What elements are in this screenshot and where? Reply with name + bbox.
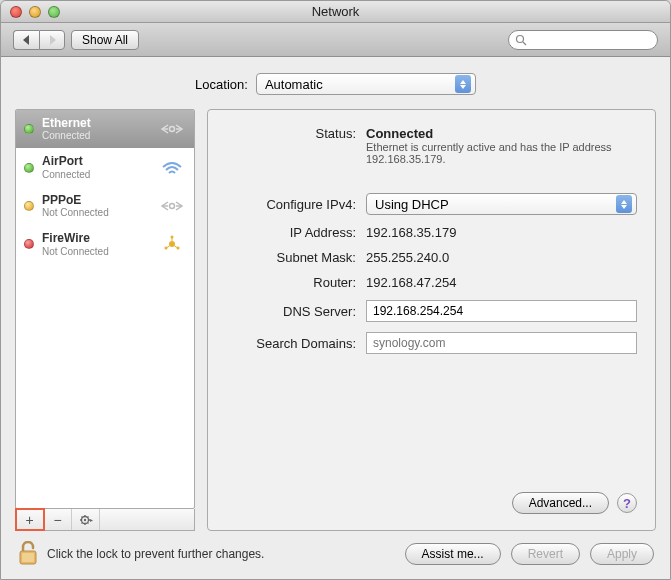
- status-dot-icon: [24, 163, 34, 173]
- body: Ethernet Connected AirPort Connected: [1, 109, 670, 535]
- ethernet-icon: [158, 119, 186, 139]
- location-label: Location:: [195, 77, 248, 92]
- status-dot-icon: [24, 124, 34, 134]
- svg-line-19: [81, 522, 82, 523]
- service-list: Ethernet Connected AirPort Connected: [15, 109, 195, 509]
- service-name: AirPort: [42, 154, 150, 168]
- status-dot-icon: [24, 239, 34, 249]
- svg-point-12: [83, 518, 85, 520]
- nav-segment: [13, 30, 65, 50]
- location-row: Location: Automatic: [1, 57, 670, 109]
- help-button[interactable]: ?: [617, 493, 637, 513]
- status-description: Ethernet is currently active and has the…: [366, 141, 616, 165]
- sidebar: Ethernet Connected AirPort Connected: [15, 109, 195, 531]
- footer-buttons: Assist me... Revert Apply: [405, 543, 654, 565]
- svg-line-9: [167, 246, 170, 248]
- assist-me-label: Assist me...: [422, 547, 484, 561]
- window-title: Network: [1, 4, 670, 19]
- svg-point-3: [170, 203, 175, 208]
- search-field[interactable]: [508, 30, 658, 50]
- configure-ipv4-label: Configure IPv4:: [226, 197, 366, 212]
- subnet-mask-label: Subnet Mask:: [226, 250, 366, 265]
- router-value: 192.168.47.254: [366, 275, 456, 290]
- network-prefs-window: Network Show All Location: Automatic: [0, 0, 671, 580]
- svg-line-20: [87, 516, 88, 517]
- search-icon: [515, 34, 527, 46]
- configure-ipv4-popup[interactable]: Using DHCP: [366, 193, 637, 215]
- assist-me-button[interactable]: Assist me...: [405, 543, 501, 565]
- window-footer: Click the lock to prevent further change…: [1, 535, 670, 579]
- lock-icon[interactable]: [17, 541, 39, 567]
- apply-label: Apply: [607, 547, 637, 561]
- ethernet-icon: [158, 196, 186, 216]
- ip-address-label: IP Address:: [226, 225, 366, 240]
- search-domains-input[interactable]: [366, 332, 637, 354]
- forward-button[interactable]: [39, 30, 65, 50]
- dns-server-label: DNS Server:: [226, 304, 366, 319]
- search-domains-label: Search Domains:: [226, 336, 366, 351]
- advanced-button[interactable]: Advanced...: [512, 492, 609, 514]
- sidebar-item-airport[interactable]: AirPort Connected: [16, 148, 194, 186]
- popup-arrows-icon: [616, 195, 632, 213]
- search-input[interactable]: [531, 34, 651, 46]
- toolbar: Show All: [1, 23, 670, 57]
- help-icon: ?: [623, 496, 631, 511]
- svg-rect-22: [22, 553, 34, 562]
- service-name: Ethernet: [42, 116, 150, 130]
- status-label: Status:: [226, 126, 366, 141]
- configure-ipv4-value: Using DHCP: [375, 197, 449, 212]
- ip-address-value: 192.168.35.179: [366, 225, 456, 240]
- svg-point-4: [169, 241, 175, 247]
- plus-icon: +: [25, 512, 33, 528]
- wifi-icon: [158, 158, 186, 178]
- svg-line-1: [523, 42, 526, 45]
- svg-point-0: [517, 35, 524, 42]
- service-status: Connected: [42, 130, 150, 142]
- sidebar-item-pppoe[interactable]: PPPoE Not Connected: [16, 187, 194, 225]
- sidebar-item-ethernet[interactable]: Ethernet Connected: [16, 110, 194, 148]
- service-status: Not Connected: [42, 246, 150, 258]
- show-all-label: Show All: [82, 33, 128, 47]
- svg-line-10: [175, 246, 178, 248]
- minus-icon: −: [53, 512, 61, 528]
- firewire-icon: [158, 234, 186, 254]
- lock-text: Click the lock to prevent further change…: [47, 547, 264, 561]
- svg-point-2: [170, 127, 175, 132]
- svg-line-17: [81, 516, 82, 517]
- add-service-button[interactable]: +: [16, 509, 44, 530]
- popup-arrows-icon: [455, 75, 471, 93]
- revert-label: Revert: [528, 547, 563, 561]
- location-value: Automatic: [265, 77, 323, 92]
- advanced-label: Advanced...: [529, 496, 592, 510]
- service-status: Not Connected: [42, 207, 150, 219]
- details-panel: Status: Connected Ethernet is currently …: [207, 109, 656, 531]
- apply-button[interactable]: Apply: [590, 543, 654, 565]
- sidebar-buttons: + −: [15, 509, 195, 531]
- service-status: Connected: [42, 169, 150, 181]
- sidebar-item-firewire[interactable]: FireWire Not Connected: [16, 225, 194, 263]
- status-value: Connected: [366, 126, 616, 141]
- gear-icon: [79, 513, 93, 527]
- titlebar: Network: [1, 1, 670, 23]
- status-dot-icon: [24, 201, 34, 211]
- subnet-mask-value: 255.255.240.0: [366, 250, 449, 265]
- service-name: PPPoE: [42, 193, 150, 207]
- show-all-button[interactable]: Show All: [71, 30, 139, 50]
- back-button[interactable]: [13, 30, 39, 50]
- dns-server-input[interactable]: [366, 300, 637, 322]
- location-popup[interactable]: Automatic: [256, 73, 476, 95]
- svg-line-18: [87, 522, 88, 523]
- service-name: FireWire: [42, 231, 150, 245]
- revert-button[interactable]: Revert: [511, 543, 580, 565]
- remove-service-button[interactable]: −: [44, 509, 72, 530]
- action-menu-button[interactable]: [72, 509, 100, 530]
- router-label: Router:: [226, 275, 366, 290]
